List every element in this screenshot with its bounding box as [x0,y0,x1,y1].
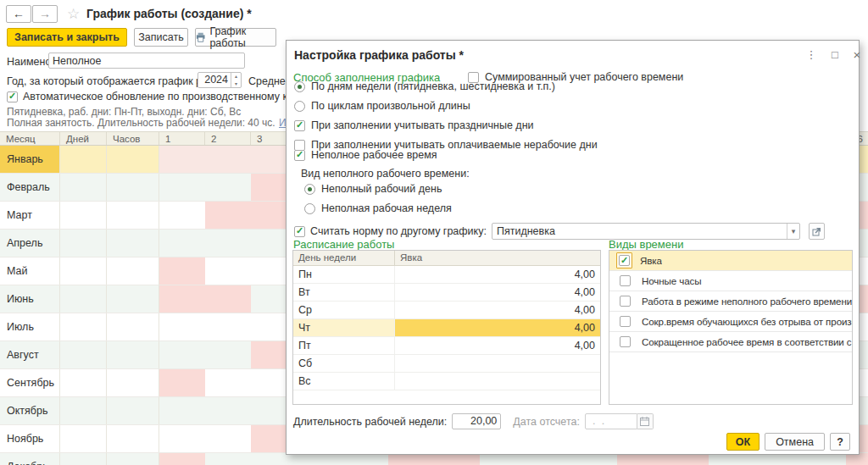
ok-button[interactable]: ОК [726,433,760,451]
time-type-row[interactable]: ✓Сокращенное рабочее время в соответстви… [609,332,852,352]
spin-down-icon[interactable]: ▾ [231,80,241,88]
schedule-day-cell[interactable]: Ср [293,302,395,318]
calendar-day-cell[interactable] [205,369,251,396]
calendar-days-cell[interactable] [60,146,107,173]
schedule-day-cell[interactable]: Пт [293,337,395,354]
calendar-day-cell[interactable] [846,453,868,465]
schedule-day-row[interactable]: Вс [293,373,600,390]
calendar-month-cell[interactable]: Февраль [0,174,60,201]
time-type-row[interactable]: ✓Работа в режиме неполного рабочего врем… [609,291,852,312]
calendar-month-cell[interactable]: Сентябрь [0,369,60,396]
radio-button[interactable] [304,203,315,214]
time-type-checkbox[interactable]: ✓ [620,336,631,347]
calendar-day-cell[interactable] [159,202,205,229]
norm-other-schedule-checkbox[interactable]: ✓ [294,226,305,237]
calendar-hours-cell[interactable] [107,369,159,396]
calendar-days-cell[interactable] [60,453,107,465]
save-and-close-button[interactable]: Записать и закрыть [7,28,127,47]
schedule-day-row[interactable]: Ср4,00 [293,302,600,319]
calendar-day-cell[interactable] [297,453,342,465]
calendar-month-row[interactable]: Декабрь [0,453,868,465]
summary-accounting-checkbox[interactable]: ✓ [468,72,479,83]
calendar-day-cell[interactable] [205,202,251,229]
calendar-hours-cell[interactable] [107,146,159,173]
print-schedule-button[interactable]: График работы [195,28,276,47]
calendar-days-cell[interactable] [60,174,107,201]
calendar-day-cell[interactable] [205,146,251,173]
schedule-day-cell[interactable]: Чт [293,319,395,336]
calendar-day-cell[interactable] [205,285,251,313]
calendar-day-cell[interactable] [205,397,251,424]
calendar-hours-cell[interactable] [107,453,159,465]
year-spinner[interactable]: 2024 ▴ ▾ [198,72,242,88]
dialog-help-button[interactable]: ? [830,433,850,451]
dialog-menu-icon[interactable]: ⋮ [804,47,819,63]
schedule-attendance-cell[interactable] [395,373,600,390]
calendar-month-cell[interactable]: Август [0,341,60,368]
calendar-hours-cell[interactable] [107,174,159,201]
time-type-row[interactable]: ✓Ночные часы [609,271,852,291]
calendar-month-cell[interactable]: Октябрь [0,397,60,424]
calendar-month-cell[interactable]: Апрель [0,230,60,257]
calendar-hours-cell[interactable] [107,285,159,313]
calendar-day-cell[interactable] [663,453,709,465]
calendar-day-cell[interactable] [754,453,800,465]
schedule-day-row[interactable]: Пт4,00 [293,337,600,355]
time-type-row[interactable]: ✓Сокр.время обучающихся без отрыва от пр… [609,312,852,332]
calendar-day-cell[interactable] [617,453,663,465]
calendar-days-cell[interactable] [60,369,107,396]
calendar-month-cell[interactable]: Декабрь [0,453,60,465]
schedule-day-row[interactable]: Сб [293,355,600,373]
fill-method-checkbox-row[interactable]: ✓При заполнении учитывать праздничные дн… [294,119,598,132]
week-length-input[interactable]: 20,00 [452,413,501,429]
calendar-hours-cell[interactable] [107,397,159,424]
calendar-day-cell[interactable] [526,453,571,465]
radio-button[interactable] [304,184,315,195]
calendar-days-cell[interactable] [60,285,107,313]
auto-update-checkbox[interactable]: ✓ [7,91,18,102]
schedule-attendance-cell[interactable]: 4,00 [395,302,600,318]
calendar-day-cell[interactable] [159,425,205,452]
time-type-checkbox[interactable]: ✓ [620,296,631,307]
name-input[interactable] [48,53,245,69]
calendar-days-cell[interactable] [60,257,107,285]
part-time-checkbox[interactable]: ✓ [294,150,305,161]
checkbox[interactable]: ✓ [294,120,305,131]
schedule-day-cell[interactable]: Вс [293,373,395,390]
calendar-day-cell[interactable] [205,453,251,465]
cancel-button[interactable]: Отмена [765,433,825,451]
calendar-day-cell[interactable] [159,369,205,396]
fill-method-radio-row[interactable]: По циклам произвольной длины [294,99,598,113]
calendar-month-cell[interactable]: Июнь [0,285,60,313]
time-type-checkbox[interactable]: ✓ [620,316,631,327]
calendar-icon[interactable] [637,413,654,429]
schedule-day-cell[interactable]: Пн [293,266,395,283]
dialog-maximize-icon[interactable]: □ [827,47,843,63]
calendar-day-cell[interactable] [159,285,205,313]
calendar-month-cell[interactable]: Январь [0,146,60,173]
calendar-day-cell[interactable] [800,453,846,465]
time-type-row[interactable]: ✓Явка [609,251,852,271]
part-time-kind-radio-row[interactable]: Неполная рабочая неделя [304,202,825,215]
calendar-month-cell[interactable]: Март [0,202,60,229]
calendar-month-cell[interactable]: Ноябрь [0,425,60,452]
calendar-day-cell[interactable] [434,453,480,465]
calendar-day-cell[interactable] [159,341,205,368]
calendar-day-cell[interactable] [205,257,251,285]
schedule-attendance-cell[interactable]: 4,00 [395,284,600,301]
calendar-hours-cell[interactable] [107,230,159,257]
schedule-day-row[interactable]: Вт4,00 [293,284,600,302]
schedule-attendance-cell[interactable]: 4,00 [395,266,600,283]
time-type-checkbox[interactable]: ✓ [620,275,631,286]
spin-up-icon[interactable]: ▴ [231,73,241,80]
calendar-day-cell[interactable] [251,453,297,465]
norm-schedule-combobox[interactable]: Пятидневка ▾ [492,223,800,240]
calendar-days-cell[interactable] [60,425,107,452]
radio-button[interactable] [294,101,305,112]
favorite-star-icon[interactable]: ☆ [67,5,80,23]
calendar-day-cell[interactable] [159,453,205,465]
calendar-day-cell[interactable] [342,453,388,465]
calendar-day-cell[interactable] [159,230,205,257]
calendar-day-cell[interactable] [159,174,205,201]
chevron-down-icon[interactable]: ▾ [787,224,799,239]
